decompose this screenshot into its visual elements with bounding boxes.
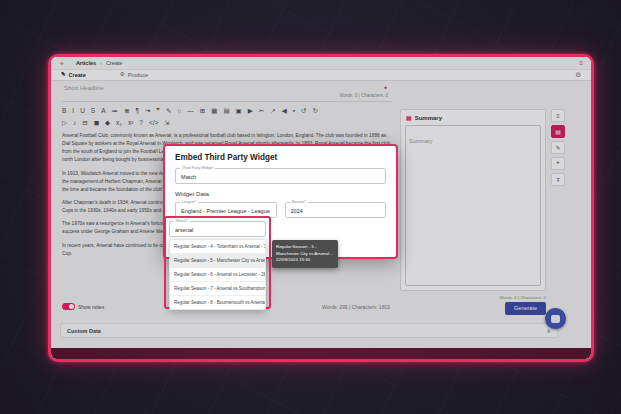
app-window: ✦ Articles › Create ≡ ✎ Create ⚙ Produce… <box>51 57 591 359</box>
league-value: England - Premier League - League <box>181 208 271 214</box>
dropdown-option[interactable]: Regular Season - 8 - Bournemouth vs Arse… <box>170 296 265 309</box>
match-label: Match* <box>174 219 190 223</box>
dropdown-option[interactable]: Regular Season - 6 - Arsenal vs Leiceste… <box>170 268 265 282</box>
match-value: arsenal <box>175 227 260 233</box>
dropdown-option[interactable]: Regular Season - 4 - Tottenham vs Arsena… <box>170 240 265 254</box>
league-label: League* <box>180 200 198 204</box>
screenshot-frame: ✦ Articles › Create ≡ ✎ Create ⚙ Produce… <box>48 54 594 362</box>
season-label: Season* <box>290 200 308 204</box>
widget-data-section-title: Widget Data <box>175 190 386 197</box>
option-tooltip: Regular Season - 5 - Manchester City vs … <box>272 240 338 268</box>
match-field-highlight: Match* arsenal Regular Season - 4 - Tott… <box>164 216 271 309</box>
dropdown-option[interactable]: Regular Season - 5 - Manchester City vs … <box>170 254 265 268</box>
season-value: 2024 <box>291 208 381 214</box>
desktop-background: ✦ Articles › Create ≡ ✎ Create ⚙ Produce… <box>0 0 621 414</box>
season-field[interactable]: Season* 2024 <box>285 202 387 218</box>
third-party-widget-label: Third Party Widget <box>180 166 215 170</box>
dropdown-option[interactable]: Regular Season - 7 - Arsenal vs Southamp… <box>170 282 265 296</box>
match-dropdown: Regular Season - 4 - Tottenham vs Arsena… <box>169 239 266 310</box>
third-party-widget-field[interactable]: Third Party Widget Match <box>175 168 386 184</box>
third-party-widget-value: Match <box>181 174 380 180</box>
modal-title: Embed Third Party Widget <box>175 153 386 162</box>
match-field[interactable]: Match* arsenal <box>169 221 266 237</box>
